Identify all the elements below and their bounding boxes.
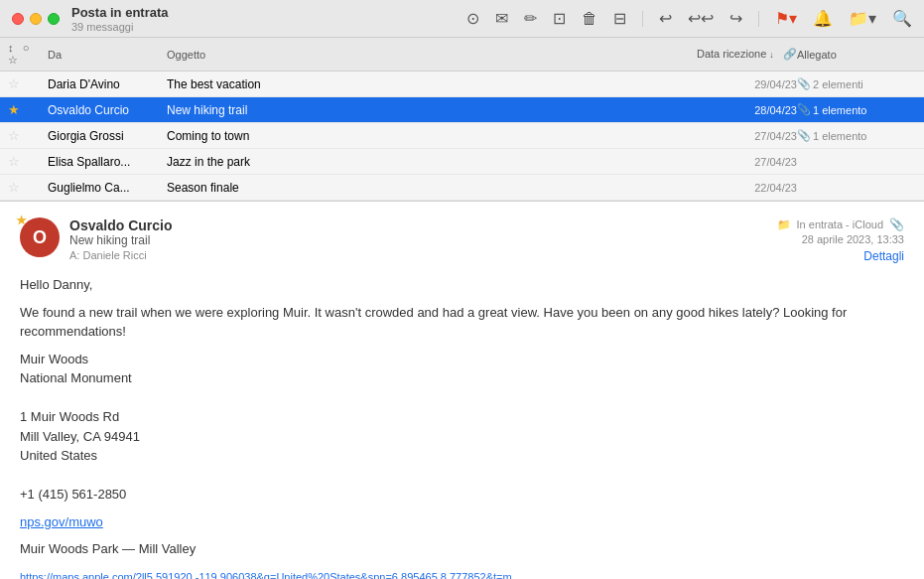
clip-icon: 📎 xyxy=(797,77,811,90)
star-icon[interactable]: ☆ xyxy=(8,76,20,91)
reply-all-icon[interactable]: ↩↩ xyxy=(688,9,714,28)
clip-icon: 📎 xyxy=(797,129,811,142)
unread-icon: ○ xyxy=(23,42,30,54)
email-list: ↕ ○ ☆ Da Oggetto Data ricezione ↓ 🔗 Alle… xyxy=(0,38,924,202)
star-icon[interactable]: ★ xyxy=(8,102,20,117)
archive-icon[interactable]: ⊡ xyxy=(553,9,566,28)
meta-top: 📁 In entrata - iCloud 📎 xyxy=(777,217,904,231)
data-header[interactable]: Data ricezione ↓ 🔗 xyxy=(678,48,797,61)
forward-icon[interactable]: ↪ xyxy=(729,9,742,28)
sender-name: Osvaldo Curcio xyxy=(48,103,167,117)
body-greeting: Hello Danny, xyxy=(20,275,904,295)
star-col: ★ xyxy=(8,102,48,117)
map-url-text: https://maps.apple.com/?ll5.591920,-119.… xyxy=(20,567,904,580)
sender-name: Giorgia Grossi xyxy=(48,129,167,143)
date: 22/04/23 xyxy=(678,182,797,194)
sender-name: Osvaldo Curcio xyxy=(69,217,777,233)
folder-icon-detail: 📁 xyxy=(777,218,791,231)
detail-header: ★ O Osvaldo Curcio New hiking trail A: D… xyxy=(20,217,904,263)
list-header: ↕ ○ ☆ Da Oggetto Data ricezione ↓ 🔗 Alle… xyxy=(0,38,924,72)
detail-date: 28 aprile 2023, 13:33 xyxy=(777,233,904,245)
email-row[interactable]: ☆ Elisa Spallaro... Jazz in the park 27/… xyxy=(0,149,924,175)
star-col: ☆ xyxy=(8,180,48,195)
map-url-link[interactable]: https://maps.apple.com/?ll5.591920,-119.… xyxy=(20,571,512,580)
body-link: nps.gov/muwo xyxy=(20,512,904,532)
subject: Coming to town xyxy=(167,129,678,143)
sender-name: Elisa Spallaro... xyxy=(48,155,167,169)
toolbar-separator2 xyxy=(758,11,759,27)
sender-info: Osvaldo Curcio New hiking trail A: Danie… xyxy=(69,217,777,261)
detail-actions: Dettagli xyxy=(777,249,904,263)
subject: Jazz in the park xyxy=(167,155,678,169)
attach-filter-icon: 🔗 xyxy=(783,48,797,60)
email-rows: ☆ Daria D'Avino The best vacation 29/04/… xyxy=(0,72,924,201)
filter-icon[interactable]: ⊙ xyxy=(466,9,479,28)
avatar: ★ O xyxy=(20,217,60,257)
data-sort-icon: ↓ xyxy=(769,50,774,60)
allegato-header[interactable]: Allegato xyxy=(797,49,916,61)
flag-icon[interactable]: ⚑▾ xyxy=(775,9,797,28)
detail-meta: 📁 In entrata - iCloud 📎 28 aprile 2023, … xyxy=(777,217,904,263)
sort-icon: ↕ xyxy=(8,42,14,54)
compose-icon[interactable]: ✏ xyxy=(524,9,537,28)
inbox-title: Posta in entrata xyxy=(71,5,169,20)
titlebar-text: Posta in entrata 39 messaggi xyxy=(71,5,169,33)
detail-folder: In entrata - iCloud xyxy=(797,218,883,230)
mail-icon[interactable]: ✉ xyxy=(495,9,508,28)
message-count: 39 messaggi xyxy=(71,21,169,33)
star-icon[interactable]: ☆ xyxy=(8,180,20,195)
detail-to: A: Daniele Ricci xyxy=(69,249,777,261)
star-col: ☆ xyxy=(8,128,48,143)
oggetto-header[interactable]: Oggetto xyxy=(167,49,678,61)
date: 28/04/23 xyxy=(678,104,797,116)
email-row[interactable]: ★ Osvaldo Curcio New hiking trail 28/04/… xyxy=(0,97,924,123)
sort-col[interactable]: ↕ ○ ☆ xyxy=(8,42,48,67)
attachment: 📎 2 elementi xyxy=(797,77,916,90)
attachment: 📎 1 elemento xyxy=(797,129,916,142)
subject: New hiking trail xyxy=(167,103,678,117)
map-label: Muir Woods Park — Mill Valley xyxy=(20,539,904,559)
date: 27/04/23 xyxy=(678,130,797,142)
bell-icon[interactable]: 🔔 xyxy=(813,9,833,28)
clip-detail: 📎 xyxy=(889,217,904,231)
dettagli-button[interactable]: Dettagli xyxy=(863,249,904,263)
maximize-button[interactable] xyxy=(48,13,60,25)
star-badge: ★ xyxy=(16,214,27,227)
trash-icon[interactable]: 🗑 xyxy=(582,10,597,28)
search-icon[interactable]: 🔍 xyxy=(892,9,912,28)
attachment: 📎 1 elemento xyxy=(797,103,916,116)
body-address: Muir Woods National Monument 1 Muir Wood… xyxy=(20,350,904,505)
titlebar: Posta in entrata 39 messaggi ⊙ ✉ ✏ ⊡ 🗑 ⊟… xyxy=(0,0,924,38)
minimize-button[interactable] xyxy=(30,13,42,25)
star-col: ☆ xyxy=(8,76,48,91)
email-body: Hello Danny, We found a new trail when w… xyxy=(20,275,904,579)
email-row[interactable]: ☆ Guglielmo Ca... Season finale 22/04/23 xyxy=(0,175,924,201)
star-col: ☆ xyxy=(8,154,48,169)
reply-icon[interactable]: ↩ xyxy=(659,9,672,28)
star-icon[interactable]: ☆ xyxy=(8,128,20,143)
spam-icon[interactable]: ⊟ xyxy=(613,9,626,28)
da-header[interactable]: Da xyxy=(48,49,167,61)
to-label: A: xyxy=(69,249,79,261)
window-buttons xyxy=(12,13,60,25)
sender-name: Daria D'Avino xyxy=(48,77,167,91)
detail-subject: New hiking trail xyxy=(69,233,777,247)
email-row[interactable]: ☆ Daria D'Avino The best vacation 29/04/… xyxy=(0,72,924,97)
to-name: Daniele Ricci xyxy=(82,249,146,261)
main-content: ↕ ○ ☆ Da Oggetto Data ricezione ↓ 🔗 Alle… xyxy=(0,38,924,579)
close-button[interactable] xyxy=(12,13,24,25)
star-icon[interactable]: ☆ xyxy=(8,154,20,169)
body-paragraph: We found a new trail when we were explor… xyxy=(20,303,904,342)
nps-link[interactable]: nps.gov/muwo xyxy=(20,514,103,529)
email-detail: ★ O Osvaldo Curcio New hiking trail A: D… xyxy=(0,202,924,579)
subject: The best vacation xyxy=(167,77,678,91)
folder-icon[interactable]: 📁▾ xyxy=(849,9,876,28)
flag-col-icon: ☆ xyxy=(8,54,18,66)
avatar-initial: O xyxy=(33,227,47,248)
date: 29/04/23 xyxy=(678,78,797,90)
subject: Season finale xyxy=(167,181,678,195)
clip-icon: 📎 xyxy=(797,103,811,116)
toolbar: ⊙ ✉ ✏ ⊡ 🗑 ⊟ ↩ ↩↩ ↪ ⚑▾ 🔔 📁▾ 🔍 xyxy=(466,9,912,28)
date: 27/04/23 xyxy=(678,156,797,168)
email-row[interactable]: ☆ Giorgia Grossi Coming to town 27/04/23… xyxy=(0,123,924,149)
